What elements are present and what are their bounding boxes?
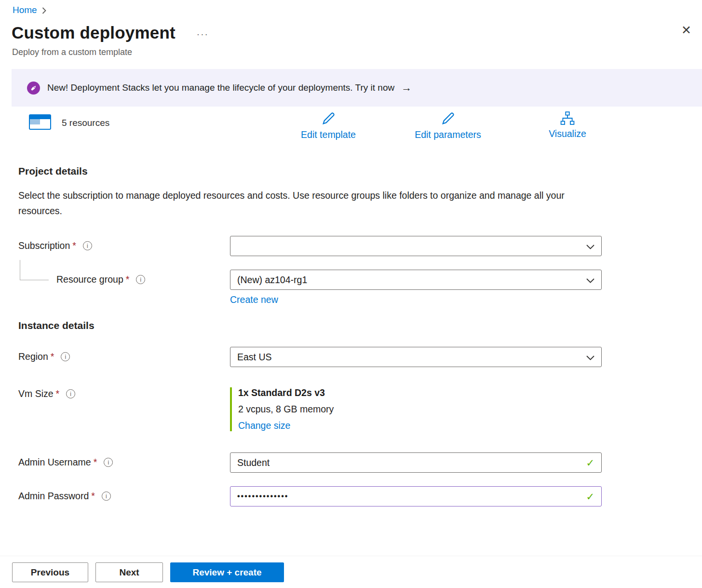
instance-details-heading: Instance details bbox=[18, 320, 702, 331]
admin-username-value: Student bbox=[237, 457, 270, 468]
info-icon[interactable]: i bbox=[83, 241, 92, 250]
page-subtitle: Deploy from a custom template bbox=[0, 47, 702, 57]
admin-password-label: Admin Password bbox=[18, 491, 89, 502]
project-details-fields: Subscription * i Resource group * i bbox=[0, 236, 702, 305]
action-label: Visualize bbox=[549, 128, 586, 139]
resource-group-dropdown[interactable]: (New) az104-rg1 bbox=[230, 270, 602, 290]
vm-size-label: Vm Size bbox=[18, 388, 54, 399]
admin-password-input[interactable]: •••••••••••••• ✓ bbox=[230, 486, 602, 506]
subscription-row: Subscription * i bbox=[0, 236, 702, 256]
previous-button[interactable]: Previous bbox=[12, 562, 88, 582]
admin-password-value: •••••••••••••• bbox=[237, 492, 288, 501]
visualize-button[interactable]: Visualize bbox=[531, 111, 604, 140]
resource-group-label: Resource group bbox=[56, 274, 123, 285]
pencil-icon bbox=[441, 111, 455, 128]
template-actions: Edit template Edit parameters Visua bbox=[292, 111, 604, 140]
required-asterisk: * bbox=[126, 274, 130, 285]
review-create-button[interactable]: Review + create bbox=[170, 562, 284, 582]
action-label: Edit parameters bbox=[415, 129, 481, 140]
admin-username-label-group: Admin Username * i bbox=[18, 452, 230, 468]
valid-check-icon: ✓ bbox=[586, 492, 594, 502]
chevron-down-icon bbox=[586, 352, 594, 363]
vm-size-selection: 1x Standard D2s v3 2 vcpus, 8 GB memory … bbox=[230, 387, 602, 431]
vm-size-value: 1x Standard D2s v3 bbox=[238, 387, 602, 398]
change-size-link[interactable]: Change size bbox=[238, 420, 290, 431]
info-icon[interactable]: i bbox=[104, 458, 113, 467]
admin-username-row: Admin Username * i Student ✓ bbox=[0, 452, 702, 473]
resources-count: 5 resources bbox=[62, 118, 109, 128]
edit-template-button[interactable]: Edit template bbox=[292, 111, 364, 140]
template-icon bbox=[29, 114, 51, 132]
admin-password-label-group: Admin Password * i bbox=[18, 486, 230, 502]
project-details-description: Select the subscription to manage deploy… bbox=[18, 188, 578, 219]
indent-connector bbox=[20, 260, 49, 280]
org-chart-icon bbox=[560, 111, 575, 127]
required-asterisk: * bbox=[91, 491, 95, 502]
more-options-button[interactable]: ··· bbox=[197, 29, 209, 40]
footer-actions: Previous Next Review + create bbox=[0, 556, 702, 588]
required-asterisk: * bbox=[72, 240, 76, 251]
required-asterisk: * bbox=[94, 457, 97, 468]
vm-size-description: 2 vcpus, 8 GB memory bbox=[238, 404, 602, 415]
vm-size-row: Vm Size * i 1x Standard D2s v3 2 vcpus, … bbox=[0, 387, 702, 431]
pencil-icon bbox=[321, 111, 336, 128]
resource-group-label-group: Resource group * i bbox=[18, 270, 230, 285]
info-icon[interactable]: i bbox=[136, 275, 145, 284]
action-label: Edit template bbox=[301, 129, 356, 140]
info-icon[interactable]: i bbox=[66, 389, 75, 398]
required-asterisk: * bbox=[56, 388, 60, 399]
admin-username-label: Admin Username bbox=[18, 457, 91, 468]
chevron-right-icon bbox=[42, 7, 46, 14]
region-dropdown[interactable]: East US bbox=[230, 347, 602, 367]
subscription-dropdown[interactable] bbox=[230, 236, 602, 256]
template-summary: 5 resources Edit template Edit parameter… bbox=[0, 111, 702, 143]
title-row: Custom deployment ··· ✕ bbox=[0, 23, 702, 42]
info-icon[interactable]: i bbox=[102, 492, 111, 501]
chevron-down-icon bbox=[586, 241, 594, 252]
template-resources: 5 resources bbox=[29, 114, 109, 132]
deployment-stacks-banner: New! Deployment Stacks let you manage th… bbox=[12, 69, 702, 107]
next-button[interactable]: Next bbox=[95, 562, 163, 582]
region-label: Region bbox=[18, 351, 48, 362]
valid-check-icon: ✓ bbox=[586, 458, 594, 468]
project-details-heading: Project details bbox=[18, 165, 702, 177]
admin-username-input[interactable]: Student ✓ bbox=[230, 452, 602, 473]
region-row: Region * i East US bbox=[0, 347, 702, 367]
resource-group-value: (New) az104-rg1 bbox=[237, 274, 307, 286]
region-value: East US bbox=[237, 352, 272, 363]
create-new-link[interactable]: Create new bbox=[230, 294, 278, 305]
subscription-label: Subscription bbox=[18, 240, 70, 251]
instance-details-fields: Region * i East US Vm Size * i bbox=[0, 347, 702, 506]
subscription-label-group: Subscription * i bbox=[18, 236, 230, 251]
rocket-icon bbox=[27, 82, 40, 95]
admin-password-row: Admin Password * i •••••••••••••• ✓ bbox=[0, 486, 702, 506]
region-label-group: Region * i bbox=[18, 347, 230, 362]
required-asterisk: * bbox=[51, 351, 54, 362]
breadcrumb: Home bbox=[0, 0, 702, 15]
custom-deployment-page: Home Custom deployment ··· ✕ Deploy from… bbox=[0, 0, 702, 588]
page-title: Custom deployment bbox=[12, 23, 176, 42]
resource-group-row: Resource group * i (New) az104-rg1 Creat… bbox=[0, 270, 702, 305]
edit-parameters-button[interactable]: Edit parameters bbox=[412, 111, 484, 140]
info-icon[interactable]: i bbox=[61, 352, 70, 361]
arrow-right-icon[interactable]: → bbox=[401, 82, 412, 93]
banner-message[interactable]: New! Deployment Stacks let you manage th… bbox=[47, 82, 394, 93]
vm-size-label-group: Vm Size * i bbox=[18, 387, 230, 399]
breadcrumb-home-link[interactable]: Home bbox=[13, 5, 37, 15]
chevron-down-icon bbox=[586, 274, 594, 286]
close-icon[interactable]: ✕ bbox=[681, 24, 691, 36]
